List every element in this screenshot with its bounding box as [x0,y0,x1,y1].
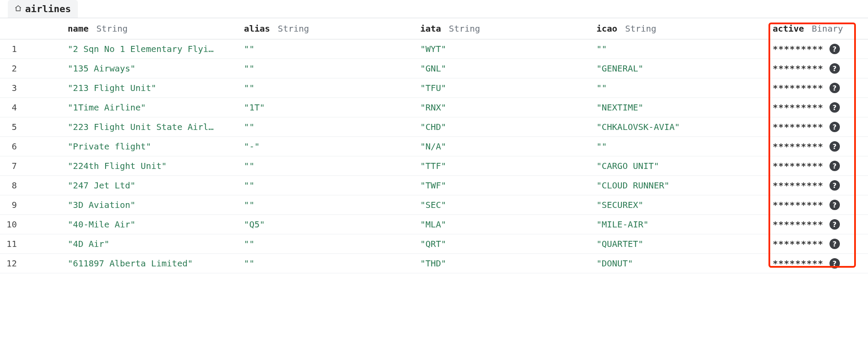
table-row[interactable]: 5"223 Flight Unit State Airl…"""CHD""CHK… [0,117,868,137]
cell-alias[interactable]: "-" [238,137,414,156]
cell-active[interactable]: *********? [767,195,868,215]
help-icon[interactable]: ? [829,102,840,113]
row-index-header [0,18,25,39]
help-icon[interactable]: ? [829,239,840,249]
cell-icao[interactable]: "" [590,78,766,98]
cell-iata[interactable]: "THD" [414,254,590,273]
masked-value: ********* [773,219,823,230]
cell-alias[interactable]: "" [238,59,414,78]
masked-value: ********* [773,63,823,74]
row-index: 2 [0,59,25,78]
cell-icao[interactable]: "" [590,39,766,59]
cell-icao[interactable]: "MILE-AIR" [590,215,766,234]
table-row[interactable]: 6"Private flight""-""N/A"""*********? [0,137,868,156]
cell-name[interactable]: "40-Mile Air" [62,215,238,234]
column-header-alias[interactable]: alias String [238,18,414,39]
cell-active[interactable]: *********? [767,254,868,273]
cell-active[interactable]: *********? [767,176,868,195]
cell-active[interactable]: *********? [767,234,868,254]
table-row[interactable]: 4"1Time Airline""1T""RNX""NEXTIME"******… [0,98,868,117]
cell-name[interactable]: "4D Air" [62,234,238,254]
cell-alias[interactable]: "" [238,117,414,137]
cell-active[interactable]: *********? [767,215,868,234]
cell-icao[interactable]: "CHKALOVSK-AVIA" [590,117,766,137]
help-icon[interactable]: ? [829,200,840,210]
cell-alias[interactable]: "" [238,176,414,195]
cell-iata[interactable]: "RNX" [414,98,590,117]
cell-active[interactable]: *********? [767,137,868,156]
cell-iata[interactable]: "TWF" [414,176,590,195]
cell-name[interactable]: "611897 Alberta Limited" [62,254,238,273]
help-icon[interactable]: ? [829,141,840,152]
spacer-cell [25,137,62,156]
help-icon[interactable]: ? [829,63,840,74]
cell-icao[interactable]: "CLOUD RUNNER" [590,176,766,195]
cell-name[interactable]: "135 Airways" [62,59,238,78]
help-icon[interactable]: ? [829,258,840,269]
help-icon[interactable]: ? [829,161,840,171]
column-header-icao[interactable]: icao String [590,18,766,39]
cell-active[interactable]: *********? [767,78,868,98]
cell-iata[interactable]: "TTF" [414,156,590,176]
table-row[interactable]: 1"2 Sqn No 1 Elementary Flyi…"""WYT"""**… [0,39,868,59]
column-header-name[interactable]: name String [62,18,238,39]
cell-alias[interactable]: "" [238,156,414,176]
table-row[interactable]: 10"40-Mile Air""Q5""MLA""MILE-AIR"******… [0,215,868,234]
help-icon[interactable]: ? [829,122,840,132]
cell-iata[interactable]: "N/A" [414,137,590,156]
table-row[interactable]: 12"611897 Alberta Limited""""THD""DONUT"… [0,254,868,273]
cell-name[interactable]: "213 Flight Unit" [62,78,238,98]
cell-iata[interactable]: "GNL" [414,59,590,78]
cell-active[interactable]: *********? [767,59,868,78]
help-icon[interactable]: ? [829,83,840,93]
cell-iata[interactable]: "WYT" [414,39,590,59]
column-header-iata[interactable]: iata String [414,18,590,39]
cell-name[interactable]: "Private flight" [62,137,238,156]
row-index: 10 [0,215,25,234]
help-icon[interactable]: ? [829,219,840,230]
cell-name[interactable]: "247 Jet Ltd" [62,176,238,195]
cell-name[interactable]: "2 Sqn No 1 Elementary Flyi… [62,39,238,59]
cell-alias[interactable]: "" [238,39,414,59]
table-row[interactable]: 7"224th Flight Unit""""TTF""CARGO UNIT"*… [0,156,868,176]
table-row[interactable]: 11"4D Air""""QRT""QUARTET"*********? [0,234,868,254]
table-title-chip[interactable]: airlines [8,0,78,18]
cell-alias[interactable]: "" [238,234,414,254]
cell-alias[interactable]: "" [238,254,414,273]
help-icon[interactable]: ? [829,180,840,191]
table-row[interactable]: 8"247 Jet Ltd""""TWF""CLOUD RUNNER"*****… [0,176,868,195]
table-row[interactable]: 9"3D Aviation""""SEC""SECUREX"*********? [0,195,868,215]
cell-iata[interactable]: "TFU" [414,78,590,98]
cell-iata[interactable]: "MLA" [414,215,590,234]
cell-name[interactable]: "3D Aviation" [62,195,238,215]
masked-value: ********* [773,239,823,249]
cell-iata[interactable]: "QRT" [414,234,590,254]
spacer-cell [25,234,62,254]
cell-icao[interactable]: "DONUT" [590,254,766,273]
cell-icao[interactable]: "SECUREX" [590,195,766,215]
cell-alias[interactable]: "" [238,195,414,215]
table-title: airlines [25,3,71,14]
spacer-header [25,18,62,39]
cell-icao[interactable]: "GENERAL" [590,59,766,78]
cell-iata[interactable]: "CHD" [414,117,590,137]
cell-alias[interactable]: "Q5" [238,215,414,234]
cell-icao[interactable]: "CARGO UNIT" [590,156,766,176]
cell-iata[interactable]: "SEC" [414,195,590,215]
cell-icao[interactable]: "NEXTIME" [590,98,766,117]
cell-alias[interactable]: "1T" [238,98,414,117]
cell-active[interactable]: *********? [767,39,868,59]
cell-name[interactable]: "223 Flight Unit State Airl… [62,117,238,137]
cell-icao[interactable]: "" [590,137,766,156]
cell-icao[interactable]: "QUARTET" [590,234,766,254]
column-header-active[interactable]: active Binary [767,18,868,39]
cell-name[interactable]: "224th Flight Unit" [62,156,238,176]
cell-active[interactable]: *********? [767,98,868,117]
table-row[interactable]: 3"213 Flight Unit""""TFU"""*********? [0,78,868,98]
table-row[interactable]: 2"135 Airways""""GNL""GENERAL"*********? [0,59,868,78]
cell-alias[interactable]: "" [238,78,414,98]
cell-name[interactable]: "1Time Airline" [62,98,238,117]
cell-active[interactable]: *********? [767,156,868,176]
help-icon[interactable]: ? [829,44,840,54]
cell-active[interactable]: *********? [767,117,868,137]
